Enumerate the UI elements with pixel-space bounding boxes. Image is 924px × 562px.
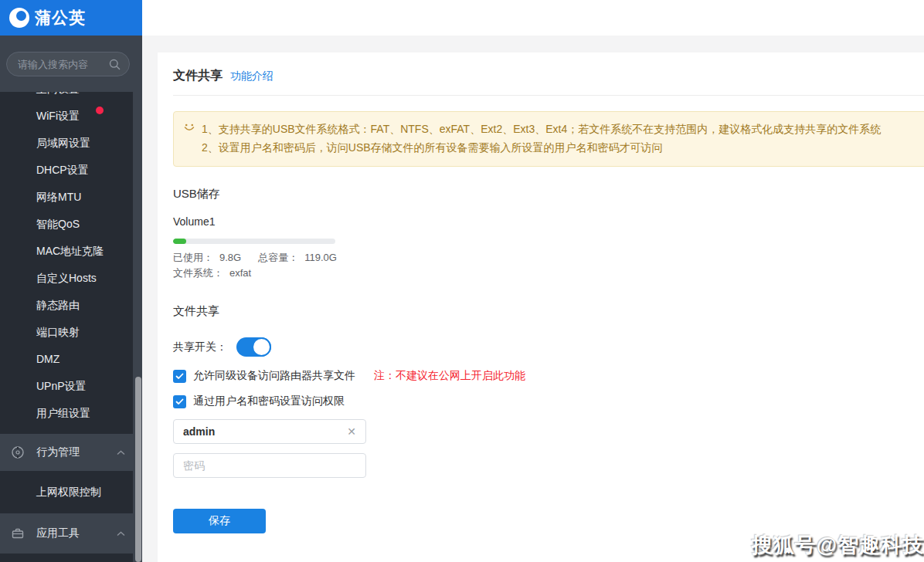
total-value: 119.0G (304, 252, 337, 263)
notice-line-1: 1、支持共享的USB文件系统格式：FAT、NTFS、exFAT、Ext2、Ext… (202, 120, 881, 138)
sidebar-panel-bottom (0, 554, 133, 562)
sidebar-scrollbar[interactable] (135, 377, 141, 562)
usb-usage-stats: 已使用：9.8G总容量：119.0G (173, 250, 924, 266)
gauge-icon (11, 445, 25, 459)
sidebar-item-user-group[interactable]: 用户组设置 (0, 400, 133, 427)
sidebar-item-dhcp-settings[interactable]: DHCP设置 (0, 157, 133, 184)
usb-usage-progressbar (173, 239, 335, 244)
notice-line-2: 2、设置用户名和密码后，访问USB存储文件的所有设备需要输入所设置的用户名和密码… (202, 138, 881, 157)
title-divider (173, 95, 924, 96)
share-toggle[interactable] (236, 337, 271, 357)
sidebar-section-label: 应用工具 (36, 526, 117, 540)
sidebar-behavior-panel: 上网权限控制 (0, 471, 133, 513)
share-switch-label: 共享开关： (173, 340, 227, 354)
sidebar: 蒲公英 上网设置 WiFi设置 局域网设置 DHCP设置 网络MTU 智能QoS… (0, 0, 142, 562)
sidebar-item-lan-settings[interactable]: 局域网设置 (0, 130, 133, 157)
auth-access-row: 通过用户名和密码设置访问权限 (173, 394, 924, 408)
total-label: 总容量： (258, 252, 298, 263)
sidebar-item-dmz[interactable]: DMZ (0, 346, 133, 373)
brand-header: 蒲公英 (0, 0, 142, 36)
notification-dot (96, 107, 104, 114)
sidebar-section-tools[interactable]: 应用工具 (0, 513, 142, 554)
file-share-title: 文件共享 (173, 304, 924, 319)
used-value: 9.8G (219, 252, 241, 263)
brand-logo-icon (8, 7, 30, 29)
page-header: 文件共享 功能介绍 (158, 52, 924, 84)
sidebar-item-smart-qos[interactable]: 智能QoS (0, 211, 133, 238)
save-button[interactable]: 保存 (173, 509, 266, 533)
toggle-knob (252, 337, 271, 357)
usb-volume-name: Volume1 (173, 215, 924, 228)
search-icon[interactable] (109, 59, 121, 70)
username-field-wrap: ✕ (173, 419, 366, 444)
share-switch-row: 共享开关： (173, 337, 924, 357)
peer-access-row: 允许同级设备访问路由器共享文件 注：不建议在公网上开启此功能 (173, 369, 924, 383)
usb-progress-fill (173, 239, 186, 244)
filesystem-label: 文件系统： (173, 267, 223, 279)
briefcase-icon (11, 526, 25, 540)
usb-filesystem: 文件系统：exfat (173, 266, 924, 281)
sidebar-section-label: 行为管理 (36, 445, 117, 459)
chevron-up-icon (117, 450, 125, 455)
sidebar-item-mac-clone[interactable]: MAC地址克隆 (0, 238, 133, 265)
auth-access-checkbox[interactable] (173, 395, 186, 408)
used-label: 已使用： (173, 252, 213, 263)
chevron-up-icon (117, 531, 125, 537)
feature-intro-link[interactable]: 功能介绍 (230, 69, 273, 83)
sidebar-menu-panel: 上网设置 WiFi设置 局域网设置 DHCP设置 网络MTU 智能QoS MAC… (0, 92, 133, 434)
sidebar-item-access-control[interactable]: 上网权限控制 (0, 471, 133, 513)
check-icon (175, 373, 184, 380)
sidebar-item-wifi-settings[interactable]: WiFi设置 (0, 103, 133, 130)
peer-access-checkbox[interactable] (173, 370, 186, 383)
sidebar-item-custom-hosts[interactable]: 自定义Hosts (0, 265, 133, 292)
content-card: 文件共享 功能介绍 1、支持共享的USB文件系统格式：FAT、NTFS、exFA… (158, 52, 924, 562)
sidebar-item-port-mapping[interactable]: 端口映射 (0, 319, 133, 346)
clear-icon[interactable]: ✕ (347, 425, 356, 438)
usb-storage-title: USB储存 (173, 187, 924, 201)
brand-name: 蒲公英 (35, 7, 86, 29)
public-network-warning: 注：不建议在公网上开启此功能 (374, 369, 525, 383)
page-title: 文件共享 (173, 68, 223, 84)
sidebar-search[interactable] (6, 52, 130, 76)
password-input[interactable] (183, 454, 338, 477)
sidebar-item-network-mtu[interactable]: 网络MTU (0, 184, 133, 211)
username-input[interactable] (183, 420, 338, 443)
sidebar-section-behavior[interactable]: 行为管理 (0, 434, 142, 471)
check-icon (175, 398, 184, 405)
search-input[interactable] (18, 52, 104, 76)
filesystem-value: exfat (229, 267, 251, 279)
top-bar (142, 0, 924, 36)
auth-access-label: 通过用户名和密码设置访问权限 (193, 394, 345, 408)
sidebar-item-static-route[interactable]: 静态路由 (0, 292, 133, 319)
sidebar-item-internet-settings[interactable]: 上网设置 (0, 92, 133, 103)
sidebar-item-upnp[interactable]: UPnP设置 (0, 373, 133, 400)
peer-access-label: 允许同级设备访问路由器共享文件 (193, 369, 355, 383)
smiley-icon (183, 123, 195, 134)
notice-box: 1、支持共享的USB文件系统格式：FAT、NTFS、exFAT、Ext2、Ext… (173, 111, 924, 167)
password-field-wrap (173, 453, 366, 478)
watermark-text: 搜狐号@智趣科技 (752, 531, 924, 559)
